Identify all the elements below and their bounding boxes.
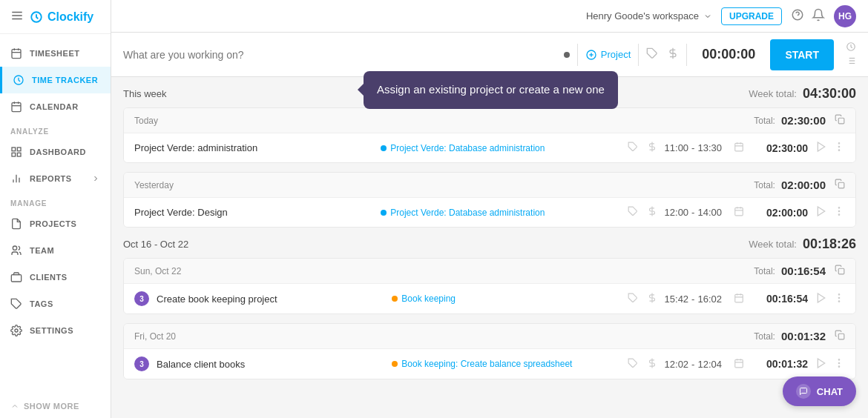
sidebar: Clockify TIMESHEET TIME TRACKER CALENDAR… [0, 0, 111, 418]
svg-rect-13 [12, 147, 16, 151]
today-total: Total: 02:30:00 [754, 114, 845, 127]
more-icon[interactable] [833, 205, 845, 219]
sidebar-item-team[interactable]: TEAM [0, 237, 111, 264]
chat-button[interactable]: CHAT [783, 376, 856, 406]
this-week-header: This week Week total: 04:30:00 [123, 86, 856, 102]
copy-icon[interactable] [835, 114, 845, 127]
entry-project[interactable]: Project Verde: Database administration [381, 208, 619, 218]
week-total: Week total: 04:30:00 [749, 86, 856, 102]
sidebar-item-time-tracker[interactable]: TIME TRACKER [0, 67, 111, 93]
sidebar-item-reports[interactable]: REPORTS [0, 165, 111, 192]
workspace-selector[interactable]: Henry Goode's workspace [586, 10, 712, 21]
yesterday-total-time: 02:00:00 [781, 179, 826, 191]
svg-point-57 [838, 210, 839, 211]
sidebar-item-timesheet[interactable]: TIMESHEET [0, 40, 111, 67]
second-week-total-label: Week total: [749, 239, 797, 250]
calendar-icon[interactable] [734, 142, 744, 154]
dollar-icon[interactable] [647, 293, 657, 305]
second-week-label: Oct 16 - Oct 22 [123, 239, 188, 250]
copy-icon[interactable] [835, 265, 845, 277]
sidebar-item-projects[interactable]: PROJECTS [0, 210, 111, 237]
bell-icon[interactable] [812, 8, 825, 24]
entry-duration: 02:00:00 [756, 207, 808, 219]
main-area: Henry Goode's workspace UPGRADE HG Assig… [111, 0, 868, 418]
table-row: 3 Create book keeping project Book keepi… [124, 284, 855, 314]
menu-icon[interactable] [10, 9, 24, 24]
dollar-icon[interactable] [667, 47, 679, 62]
manage-label: MANAGE [0, 192, 111, 210]
second-week-total: Week total: 00:18:26 [749, 236, 856, 252]
calendar-icon[interactable] [734, 293, 744, 305]
svg-point-68 [838, 297, 839, 298]
more-icon[interactable] [833, 357, 845, 371]
today-total-time: 02:30:00 [781, 114, 826, 127]
sun-oct-22-group: Sun, Oct 22 Total: 00:16:54 3 Create boo… [123, 258, 856, 314]
svg-marker-55 [818, 207, 824, 216]
entry-icons [628, 206, 657, 219]
play-icon[interactable] [815, 205, 827, 219]
entry-actions [815, 292, 845, 306]
help-icon[interactable] [791, 8, 804, 24]
clock-icon[interactable] [846, 42, 856, 54]
tag-icon[interactable] [628, 206, 638, 219]
sidebar-item-label: TIMESHEET [30, 49, 79, 58]
bullet-point [564, 52, 570, 58]
project-button[interactable]: Project [585, 49, 631, 61]
today-total-label: Total: [754, 116, 775, 126]
entry-project[interactable]: Book keeping [392, 293, 619, 304]
sidebar-item-settings[interactable]: SETTINGS [0, 317, 111, 344]
sun-oct-22-total-time: 00:16:54 [781, 265, 826, 277]
yesterday-group: Yesterday Total: 02:00:00 Project Verde:… [123, 172, 856, 228]
more-icon[interactable] [833, 292, 845, 306]
timer-display: 00:00:00 [702, 47, 755, 62]
start-button[interactable]: START [770, 39, 834, 70]
second-week-total-time: 00:18:26 [803, 236, 856, 252]
sidebar-item-calendar[interactable]: CALENDAR [0, 93, 111, 120]
copy-icon[interactable] [835, 179, 845, 191]
svg-point-67 [838, 293, 839, 294]
project-dot [392, 296, 398, 302]
fri-oct-20-total: Total: 00:01:32 [754, 330, 845, 342]
show-more-button[interactable]: SHOW MORE [0, 394, 111, 418]
dollar-icon[interactable] [647, 206, 657, 219]
sidebar-item-dashboard[interactable]: DASHBOARD [0, 139, 111, 165]
entry-project[interactable]: Project Verde: Database administration [381, 143, 619, 153]
sun-oct-22-header: Sun, Oct 22 Total: 00:16:54 [124, 259, 855, 284]
chat-icon [796, 384, 811, 399]
svg-rect-59 [838, 268, 844, 274]
entry-icons [628, 293, 657, 305]
calendar-icon[interactable] [734, 358, 744, 371]
dollar-icon[interactable] [647, 142, 657, 154]
entry-actions [815, 357, 845, 371]
timer-bar: Assign an existing project or create a n… [111, 33, 868, 77]
upgrade-button[interactable]: UPGRADE [721, 7, 782, 25]
second-week-header: Oct 16 - Oct 22 Week total: 00:18:26 [123, 236, 856, 252]
entry-start: 15:42 [665, 293, 689, 305]
copy-icon[interactable] [835, 330, 845, 342]
more-icon[interactable] [833, 141, 845, 155]
play-icon[interactable] [815, 357, 827, 371]
play-icon[interactable] [815, 292, 827, 306]
analyze-label: ANALYZE [0, 120, 111, 139]
tag-icon[interactable] [646, 47, 658, 62]
avatar[interactable]: HG [834, 5, 856, 27]
dollar-icon[interactable] [647, 358, 657, 371]
tag-icon[interactable] [628, 358, 638, 371]
calendar-icon[interactable] [734, 206, 744, 219]
svg-rect-73 [735, 359, 743, 368]
svg-point-47 [838, 150, 839, 150]
entry-project[interactable]: Book keeping: Create balance spreadsheet [392, 359, 619, 369]
fri-oct-20-total-label: Total: [754, 331, 775, 342]
list-icon[interactable] [846, 56, 856, 68]
svg-marker-77 [818, 359, 824, 368]
timer-description-input[interactable] [123, 49, 556, 61]
sidebar-item-tags[interactable]: TAGS [0, 291, 111, 317]
tag-icon[interactable] [628, 142, 638, 154]
entry-start: 12:00 [665, 207, 689, 218]
play-icon[interactable] [815, 141, 827, 155]
tag-icon[interactable] [628, 293, 638, 305]
entry-duration: 02:30:00 [756, 142, 808, 154]
sidebar-item-label: TEAM [30, 246, 54, 255]
week-total-time: 04:30:00 [803, 86, 856, 102]
sidebar-item-clients[interactable]: CLIENTS [0, 264, 111, 291]
